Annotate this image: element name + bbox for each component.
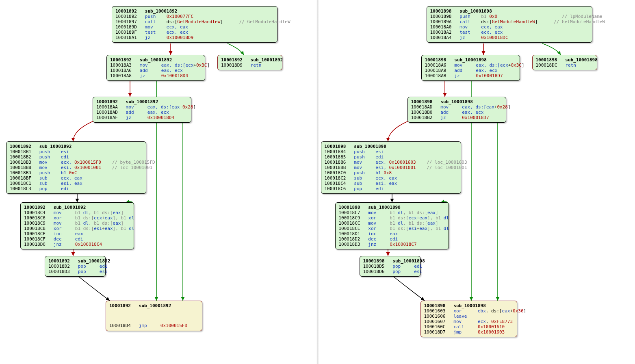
- block-3[interactable]: 10001898 sub_10001898 100018AD mov eax, …: [407, 97, 506, 123]
- block-retn[interactable]: 10001892 sub_10001892 100018D9 retn: [217, 55, 282, 70]
- block-4[interactable]: 10001892 sub_10001892 100018B1 push esi1…: [6, 141, 146, 194]
- fn-name: sub_10001892: [145, 9, 177, 14]
- block-6[interactable]: 10001898 sub_10001898 100018D5 pop edi10…: [360, 256, 420, 277]
- addr: 10001892: [115, 9, 137, 14]
- block-7[interactable]: 10001892 sub_10001892 100018D4 jmp 0x100…: [106, 301, 202, 331]
- block-4[interactable]: 10001898 sub_10001898 100018B4 push esi1…: [321, 141, 461, 194]
- block-6[interactable]: 10001892 sub_10001892 100018D2 pop edi10…: [45, 256, 106, 277]
- block-5[interactable]: 10001892 sub_10001892 100018C4 mov b1 dl…: [20, 202, 134, 249]
- comparison-view: 10001892 sub_10001892 10001892 push 0x10…: [0, 0, 635, 364]
- block-1[interactable]: 10001892 sub_10001892 10001892 push 0x10…: [112, 6, 277, 43]
- block-3[interactable]: 10001892 sub_10001892 100018AA mov eax, …: [93, 97, 191, 123]
- block-1[interactable]: 10001898 sub_10001898 10001898 push b1 0…: [427, 6, 592, 43]
- block-2[interactable]: 10001898 sub_10001898 100018A6 mov eax, …: [421, 55, 520, 81]
- block-retn[interactable]: 10001898 sub_10001898 100018DC retn: [532, 55, 597, 70]
- right-panel: 10001898 sub_10001898 10001898 push b1 0…: [319, 0, 635, 364]
- b1-body: 10001892 push 0x100077FC10001897 call ds…: [115, 14, 274, 40]
- left-panel: 10001892 sub_10001892 10001892 push 0x10…: [0, 0, 316, 364]
- block-2[interactable]: 10001892 sub_10001892 100018A3 mov eax, …: [106, 55, 205, 81]
- block-7[interactable]: 10001898 sub_10001898 10001603 xor ebx, …: [420, 301, 517, 337]
- block-5[interactable]: 10001898 sub_10001898 100018C7 mov b1 dl…: [335, 202, 449, 249]
